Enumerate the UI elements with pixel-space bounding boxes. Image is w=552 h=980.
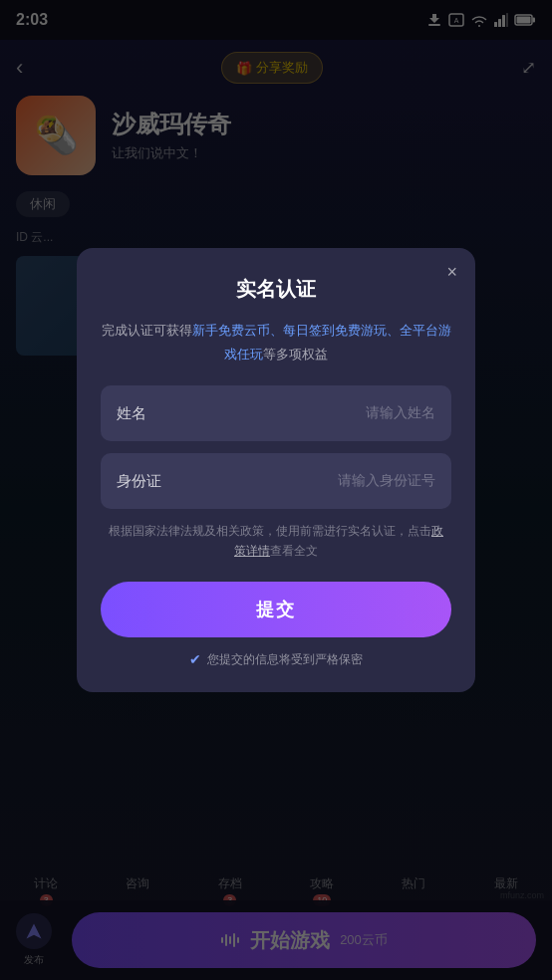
name-input-field[interactable]: 姓名 请输入姓名 <box>101 385 451 441</box>
modal-close-button[interactable]: × <box>446 262 457 283</box>
submit-button[interactable]: 提交 <box>101 582 451 637</box>
id-placeholder: 请输入身份证号 <box>176 472 435 490</box>
policy-text: 根据国家法律法规及相关政策，使用前需进行实名认证，点击政策详情查看全文 <box>101 521 451 562</box>
id-input-field[interactable]: 身份证 请输入身份证号 <box>101 453 451 509</box>
modal-title: 实名认证 <box>101 276 451 303</box>
name-placeholder: 请输入姓名 <box>176 404 435 422</box>
policy-link[interactable]: 政策详情 <box>234 524 443 558</box>
security-note: ✔ 您提交的信息将受到严格保密 <box>101 651 451 668</box>
shield-check-icon: ✔ <box>189 651 201 667</box>
real-name-modal: × 实名认证 完成认证可获得新手免费云币、每日签到免费游玩、全平台游戏任玩等多项… <box>77 248 475 692</box>
modal-overlay: × 实名认证 完成认证可获得新手免费云币、每日签到免费游玩、全平台游戏任玩等多项… <box>0 0 552 980</box>
submit-label: 提交 <box>256 598 296 621</box>
id-label: 身份证 <box>117 472 176 491</box>
modal-desc-highlight2: 每日签到免费游玩、 <box>283 323 400 338</box>
modal-description: 完成认证可获得新手免费云币、每日签到免费游玩、全平台游戏任玩等多项权益 <box>101 319 451 366</box>
modal-desc-normal1: 完成认证可获得 <box>102 323 192 338</box>
modal-desc-normal2: 等多项权益 <box>263 347 328 362</box>
policy-text-content: 根据国家法律法规及相关政策，使用前需进行实名认证，点击政策详情查看全文 <box>109 524 443 558</box>
security-text: 您提交的信息将受到严格保密 <box>207 651 363 668</box>
modal-desc-highlight1: 新手免费云币、 <box>192 323 283 338</box>
name-label: 姓名 <box>117 404 176 423</box>
